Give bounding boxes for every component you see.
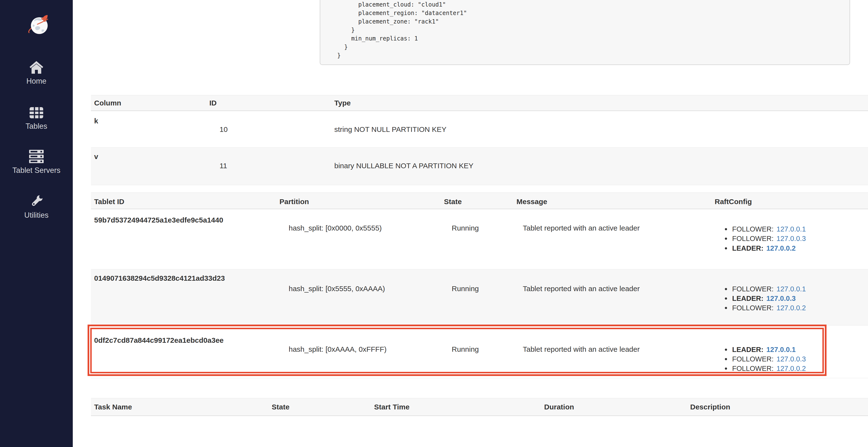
raft-config-entry: FOLLOWER: 127.0.0.1 — [725, 284, 806, 294]
tablet-message: Tablet reported with an active leader — [523, 224, 640, 233]
col-header-id: ID — [209, 98, 217, 108]
schema-column-id: 10 — [220, 125, 227, 134]
raft-config-entry: FOLLOWER: 127.0.0.2 — [725, 364, 806, 373]
sidebar-item-label: Tablet Servers — [0, 166, 73, 175]
tablet-partition: hash_split: [0x0000, 0x5555) — [289, 224, 382, 233]
col-header-partition: Partition — [279, 197, 309, 206]
raft-role: LEADER: — [732, 294, 764, 303]
sidebar-item-tablet-servers[interactable]: Tablet Servers — [0, 149, 73, 175]
sidebar-item-label: Tables — [0, 122, 73, 130]
tserver-link[interactable]: 127.0.0.1 — [766, 345, 796, 354]
raft-config-entry: FOLLOWER: 127.0.0.1 — [725, 225, 806, 234]
raft-role: FOLLOWER: — [732, 234, 774, 243]
schema-column-name: v — [94, 152, 98, 161]
col-header-tablet-id: Tablet ID — [94, 197, 124, 206]
raft-role: FOLLOWER: — [732, 354, 774, 364]
tserver-link[interactable]: 127.0.0.2 — [777, 303, 806, 312]
bullet-icon — [725, 368, 727, 370]
yb-master-table-detail-page: { "sidebar": { "items": [ {"label": "Hom… — [0, 0, 868, 447]
sidebar-item-tables[interactable]: Tables — [0, 105, 73, 130]
col-header-start-time: Start Time — [374, 402, 409, 412]
sidebar-item-label: Utilities — [0, 211, 73, 219]
tserver-link[interactable]: 127.0.0.3 — [777, 234, 806, 243]
bullet-icon — [725, 349, 727, 351]
schema-column-type: string NOT NULL PARTITION KEY — [334, 125, 446, 134]
raft-role: FOLLOWER: — [732, 364, 774, 373]
col-header-duration: Duration — [544, 402, 574, 412]
col-header-state: State — [444, 197, 462, 206]
tablet-id: 59b7d53724944725a1e3edfe9c5a1440 — [94, 215, 223, 225]
table-row — [91, 111, 868, 148]
tablet-servers-icon — [29, 149, 44, 164]
schema-column-type: binary NULLABLE NOT A PARTITION KEY — [334, 161, 473, 170]
tserver-link[interactable]: 127.0.0.1 — [777, 284, 806, 294]
yugabyte-logo-icon — [27, 12, 51, 36]
utilities-icon — [29, 194, 44, 209]
tserver-link[interactable]: 127.0.0.3 — [766, 294, 796, 303]
sidebar-item-home[interactable]: Home — [0, 60, 73, 85]
schema-column-id: 11 — [220, 161, 227, 170]
col-header-task-name: Task Name — [94, 402, 132, 412]
task-table-header — [91, 398, 868, 416]
sidebar-item-label: Home — [0, 77, 73, 85]
sidebar-item-utilities[interactable]: Utilities — [0, 194, 73, 219]
code-text: placement_cloud: "cloud1" placement_regi… — [337, 0, 467, 60]
tserver-link[interactable]: 127.0.0.1 — [777, 225, 806, 234]
tablet-state: Running — [452, 224, 479, 233]
raft-config-entry: FOLLOWER: 127.0.0.3 — [725, 234, 806, 243]
raft-role: FOLLOWER: — [732, 284, 774, 294]
sidebar: Home Tables — [0, 0, 73, 447]
home-icon — [29, 60, 44, 75]
bullet-icon — [725, 298, 727, 300]
raft-role: LEADER: — [732, 244, 764, 253]
tserver-link[interactable]: 127.0.0.2 — [777, 364, 806, 373]
tablet-id: 0149071638294c5d9328c4121ad33d23 — [94, 274, 225, 283]
tables-icon — [29, 105, 44, 120]
col-header-column: Column — [94, 98, 121, 108]
raft-role: FOLLOWER: — [732, 303, 774, 312]
tablet-partition: hash_split: [0x5555, 0xAAAA) — [289, 284, 385, 293]
tablet-state: Running — [452, 345, 479, 354]
bullet-icon — [725, 288, 727, 290]
raft-role: FOLLOWER: — [732, 225, 774, 234]
tablet-message: Tablet reported with an active leader — [523, 284, 640, 293]
raft-role: LEADER: — [732, 345, 764, 354]
table-row — [91, 148, 868, 185]
raft-config-entry-leader: LEADER: 127.0.0.3 — [725, 294, 796, 303]
bullet-icon — [725, 307, 727, 309]
raft-config-entry: FOLLOWER: 127.0.0.3 — [725, 354, 806, 364]
replication-info-code-block: placement_cloud: "cloud1" placement_regi… — [320, 0, 850, 65]
schema-table-header — [91, 95, 868, 111]
bullet-icon — [725, 228, 727, 230]
raft-config-entry-leader: LEADER: 127.0.0.2 — [725, 244, 796, 253]
tserver-link[interactable]: 127.0.0.2 — [766, 244, 796, 253]
col-header-description: Description — [690, 402, 730, 412]
raft-config-entry: FOLLOWER: 127.0.0.2 — [725, 303, 806, 312]
tablet-message: Tablet reported with an active leader — [523, 345, 640, 354]
bullet-icon — [725, 358, 727, 360]
schema-column-name: k — [94, 116, 98, 126]
tablet-id: 0df2c7cd87a844c99172ea1ebcd0a3ee — [94, 336, 224, 345]
col-header-raftconfig: RaftConfig — [715, 197, 752, 206]
col-header-task-state: State — [272, 402, 289, 412]
col-header-message: Message — [517, 197, 547, 206]
bullet-icon — [725, 247, 727, 249]
tablet-partition: hash_split: [0xAAAA, 0xFFFF) — [289, 345, 386, 354]
col-header-type: Type — [334, 98, 351, 108]
raft-config-entry-leader: LEADER: 127.0.0.1 — [725, 345, 796, 354]
tserver-link[interactable]: 127.0.0.3 — [777, 354, 806, 364]
bullet-icon — [725, 238, 727, 240]
tablet-state: Running — [452, 284, 479, 293]
